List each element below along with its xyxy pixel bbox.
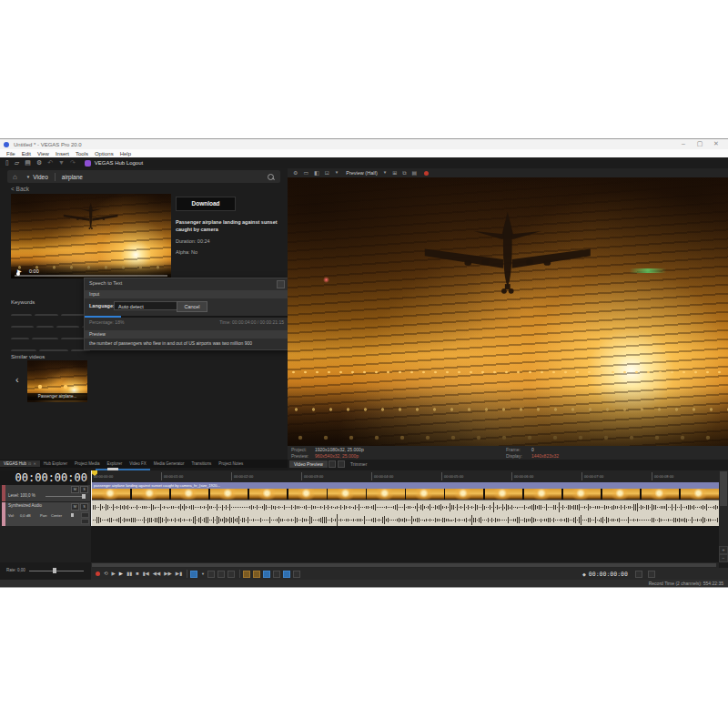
grid-overlay-icon[interactable]: ⊞ [392, 168, 397, 177]
pan-slider-handle[interactable] [71, 513, 74, 517]
keyword-chip[interactable]: evening [56, 326, 80, 329]
seek-handle[interactable] [16, 272, 20, 276]
go-to-end-icon[interactable]: ▶▮ [176, 568, 182, 580]
stop-button[interactable]: ■ [136, 568, 138, 580]
enable-snapping-button[interactable] [263, 571, 270, 578]
tab-project-media[interactable]: Project Media [71, 460, 104, 467]
save-project-icon[interactable]: ▤ [25, 157, 31, 168]
redo-icon[interactable]: ↷ [70, 157, 76, 168]
maximize-button[interactable]: ▢ [693, 140, 706, 147]
mute-button[interactable]: M [71, 503, 79, 511]
timeline-ruler[interactable]: 00:00:00:00 00:00:01:00 00:00:02:00 00:0… [91, 470, 719, 483]
lock-envelopes-button[interactable] [253, 571, 260, 578]
split-screen-icon[interactable]: ◧ [314, 168, 319, 177]
minimize-button[interactable]: – [677, 140, 690, 147]
new-project-icon[interactable]: ▯ [5, 157, 9, 168]
timeline-time-display[interactable]: 00:00:00:00 [0, 470, 87, 485]
search-icon[interactable] [268, 174, 274, 180]
tab-explorer[interactable]: Explorer [104, 460, 126, 467]
tab-vegas-hub[interactable]: VEGAS Hub⊡✕ [0, 460, 40, 467]
window-titlebar[interactable]: Untitled * - VEGAS Pro 20.0 [0, 139, 728, 149]
preview-settings-icon[interactable]: ⚙ [293, 168, 298, 177]
step-back-icon[interactable]: ◀◀ [153, 568, 160, 580]
play-button[interactable]: ▶ [119, 568, 123, 580]
record-button[interactable] [96, 571, 100, 576]
scroll-handle[interactable] [92, 563, 716, 567]
dialog-collapse-button[interactable] [277, 280, 285, 288]
pan-value[interactable]: Center [51, 513, 62, 518]
chevron-down-icon[interactable]: ▼ [335, 168, 339, 177]
search-input[interactable]: airplane [62, 174, 83, 180]
track-name[interactable]: Synthesized Audio [8, 503, 42, 508]
record-indicator-icon[interactable] [424, 171, 429, 176]
hub-video-player[interactable]: ▶ 0:00 [11, 194, 171, 278]
keyword-chip[interactable]: touchdown [39, 349, 68, 352]
event-tool-button[interactable] [635, 571, 642, 578]
vegas-hub-logout-label[interactable]: VEGAS Hub Logout [95, 160, 143, 166]
keyword-chip[interactable]: delivery [11, 326, 34, 329]
selection-tool[interactable] [217, 571, 225, 578]
seek-bar[interactable] [15, 275, 167, 277]
copy-snapshot-icon[interactable]: ⧉ [402, 168, 406, 177]
auto-crossfade-button[interactable] [293, 571, 300, 578]
preview-video-frame[interactable] [288, 177, 728, 446]
close-icon[interactable]: ✕ [33, 461, 35, 466]
zoom-out-button[interactable]: − [719, 554, 728, 562]
menu-edit[interactable]: Edit [22, 151, 31, 157]
rate-slider-track[interactable] [29, 571, 84, 571]
zoom-tool[interactable] [228, 571, 235, 578]
mute-button[interactable]: M [71, 486, 79, 493]
pin-icon[interactable]: ⊡ [28, 461, 31, 466]
level-slider-track[interactable] [46, 496, 86, 497]
external-monitor-icon[interactable]: ▭ [303, 168, 308, 177]
level-slider-handle[interactable] [82, 494, 86, 499]
edit-details-button[interactable] [648, 571, 655, 578]
save-snapshot-icon[interactable]: ▤ [412, 168, 418, 177]
rate-slider-handle[interactable] [53, 568, 56, 573]
keyword-chip[interactable]: aircraft [11, 314, 32, 317]
home-icon[interactable]: ⌂ [13, 173, 17, 181]
chevron-down-icon[interactable]: ▼ [383, 168, 387, 177]
quantize-frames-button[interactable] [283, 571, 290, 578]
previous-arrow-icon[interactable]: ‹ [15, 374, 19, 385]
back-link[interactable]: < Back [11, 186, 29, 192]
grid-snap-button[interactable] [273, 571, 280, 578]
menu-help[interactable]: Help [120, 151, 131, 157]
play-from-start-icon[interactable]: ▶ [112, 568, 116, 580]
tab-transitions[interactable]: Transitions [188, 460, 216, 467]
vol-value[interactable]: 0,0 dB [20, 513, 31, 518]
keyword-chip[interactable]: relaxation [32, 338, 59, 340]
video-clip-label[interactable]: passenger airplane landing against sunse… [91, 482, 719, 489]
similar-video-thumbnail[interactable]: Passenger airplane... [27, 360, 87, 402]
download-button[interactable]: Download [176, 197, 236, 211]
tool-dropdown-icon[interactable]: ▼ [201, 568, 205, 580]
preview-quality-dropdown[interactable]: Preview (Half) [346, 170, 378, 176]
master-bus-track-header[interactable]: M S Level: 100,0 % [2, 485, 90, 501]
solo-button[interactable]: S [80, 503, 88, 511]
open-project-icon[interactable]: ▱ [15, 157, 19, 168]
tab-hub-explorer[interactable]: Hub Explorer [40, 460, 71, 467]
undo-icon[interactable]: ↶ [47, 157, 53, 168]
track-fx-button[interactable] [81, 512, 89, 518]
tab-video-preview[interactable]: Video Preview [289, 460, 328, 468]
hub-search-bar[interactable]: ⌂ ▼ Video airplane [7, 170, 280, 183]
properties-gear-icon[interactable]: ⚙ [36, 157, 42, 168]
solo-button[interactable]: S [80, 486, 88, 493]
audio-track-header[interactable]: Synthesized Audio M S Vol: 0,0 dB Pan: C… [2, 502, 90, 526]
edit-cursor[interactable] [91, 470, 92, 526]
undo-dropdown-icon[interactable]: ▼ [58, 157, 65, 168]
go-to-start-icon[interactable]: ▮◀ [142, 568, 148, 580]
tab-pin-icon[interactable] [329, 460, 336, 468]
loop-playback-icon[interactable]: ⟲ [104, 568, 108, 580]
zoom-in-button[interactable]: + [719, 546, 728, 554]
cursor-time-value[interactable]: 00:00:00:00 [589, 571, 628, 578]
scroll-handle[interactable] [720, 471, 727, 506]
menu-insert[interactable]: Insert [56, 151, 69, 157]
keyword-chip[interactable]: airplane [35, 314, 58, 317]
keyword-chip[interactable]: romantic [61, 338, 86, 340]
keyword-chip[interactable]: dusk [36, 326, 54, 329]
step-forward-icon[interactable]: ▶▶ [164, 568, 171, 580]
cancel-button[interactable]: Cancel [177, 301, 207, 312]
normal-edit-tool[interactable] [190, 571, 197, 578]
auto-ripple-button[interactable] [243, 571, 250, 578]
